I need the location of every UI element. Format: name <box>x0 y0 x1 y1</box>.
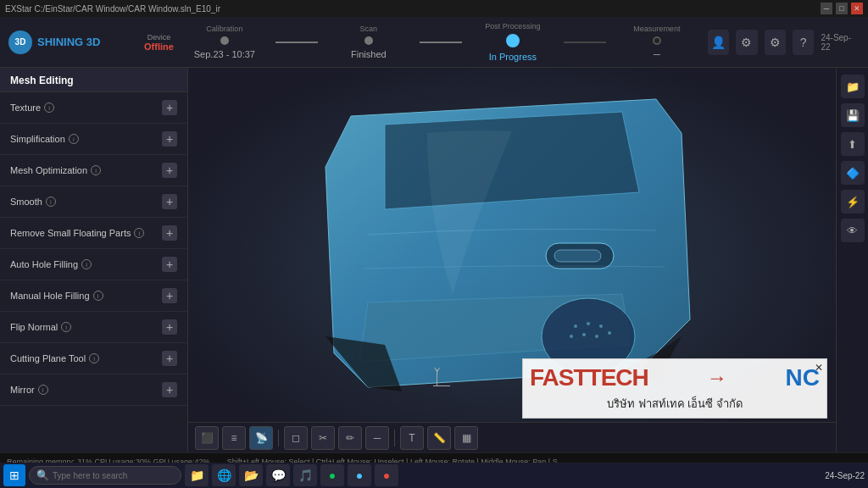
device-status: Device Offline <box>144 33 174 52</box>
minimize-button[interactable]: ─ <box>821 3 832 14</box>
sidebar-item-mirror[interactable]: Mirror i + <box>0 374 187 406</box>
simplification-label: Simplification <box>10 134 65 144</box>
remove-small-label: Remove Small Floating Parts <box>10 228 131 238</box>
logo-text: SHINING 3D <box>37 36 100 48</box>
step-post-value: In Progress <box>489 52 537 62</box>
simplification-add-button[interactable]: + <box>162 131 177 147</box>
taskbar-time: 24-Sep-22 <box>825 471 865 480</box>
svg-rect-1 <box>554 250 601 262</box>
step-calibration-label: Calibration <box>206 25 242 33</box>
sidebar-item-manual-hole[interactable]: Manual Hole Filling i + <box>0 280 187 312</box>
close-button[interactable]: ✕ <box>851 3 863 14</box>
sidebar-item-flip-normal[interactable]: Flip Normal i + <box>0 312 187 343</box>
text-button[interactable]: T <box>400 426 424 450</box>
sidebar-item-mesh-optimization[interactable]: Mesh Optimization i + <box>0 155 187 186</box>
share-button[interactable]: ⚙ <box>736 30 757 55</box>
mirror-label: Mirror <box>10 385 35 395</box>
sidebar-item-auto-hole[interactable]: Auto Hole Filling i + <box>0 249 187 280</box>
toolbar-separator-2 <box>394 430 395 446</box>
taskbar-music[interactable]: 🎵 <box>293 464 317 486</box>
step-measurement-dot <box>653 36 661 45</box>
step-measurement[interactable]: Measurement ─ <box>606 25 708 59</box>
taskbar-line[interactable]: ● <box>320 464 344 486</box>
texture-add-button[interactable]: + <box>162 100 177 115</box>
user-button[interactable]: 👤 <box>708 30 729 55</box>
window-title: EXStar C:/EinStar/CAR Window/CAR Window.… <box>5 4 821 14</box>
eye-button[interactable]: 👁 <box>841 219 865 242</box>
watermark-arrow: → <box>707 366 727 390</box>
svg-point-9 <box>608 331 611 335</box>
watermark-close-button[interactable]: ✕ <box>815 362 823 374</box>
measure-button[interactable]: 📏 <box>427 426 451 450</box>
nav-icons-right: 👤 ⚙ ⚙ ? 24-Sep-22 <box>708 30 860 55</box>
settings-button[interactable]: ⚙ <box>765 30 786 55</box>
car-door-svg <box>300 82 724 404</box>
nav-date: 24-Sep-22 <box>821 33 854 52</box>
car-door-view <box>231 85 793 402</box>
bottom-toolbar: ⬛ ≡ 📡 ◻ ✂ ✏ ─ T 📏 ▦ <box>188 422 836 452</box>
logo-icon: 3D <box>8 30 32 54</box>
start-button[interactable]: ⊞ <box>3 464 25 486</box>
export-button[interactable]: ⬆ <box>841 132 865 156</box>
auto-hole-add-button[interactable]: + <box>162 257 177 272</box>
maximize-button[interactable]: □ <box>836 3 848 14</box>
cut-button[interactable]: ✂ <box>311 426 335 450</box>
taskbar-edge[interactable]: 🌐 <box>212 464 236 486</box>
sidebar-item-smooth[interactable]: Smooth i + <box>0 186 187 218</box>
taskbar-file-manager[interactable]: 📁 <box>185 464 209 486</box>
grid-button[interactable]: ▦ <box>454 426 478 450</box>
lightning-button[interactable]: ⚡ <box>841 190 865 214</box>
3d-view-button[interactable]: 🔷 <box>841 161 865 185</box>
mesh-opt-info-icon: i <box>91 165 101 175</box>
flip-normal-add-button[interactable]: + <box>162 319 177 335</box>
sidebar-item-texture[interactable]: Texture i + <box>0 92 187 124</box>
mesh-opt-add-button[interactable]: + <box>162 163 177 178</box>
layer-button[interactable]: ≡ <box>222 426 246 450</box>
remove-small-add-button[interactable]: + <box>162 225 177 241</box>
taskbar-app3[interactable]: ● <box>375 464 398 486</box>
step-scan[interactable]: Scan Finished <box>318 25 420 59</box>
taskbar-search[interactable]: 🔍 <box>29 466 181 485</box>
x-axis-line <box>433 385 450 386</box>
step-scan-label: Scan <box>360 25 378 33</box>
title-bar: EXStar C:/EinStar/CAR Window/CAR Window.… <box>0 0 868 17</box>
sidebar-item-cutting-plane[interactable]: Cutting Plane Tool i + <box>0 343 187 374</box>
right-panel: 📁 💾 ⬆ 🔷 ⚡ 👁 <box>836 68 868 452</box>
step-calibration[interactable]: Calibration Sep.23 - 10:37 <box>174 25 275 59</box>
save-button[interactable]: 💾 <box>841 103 865 127</box>
3d-viewport[interactable]: Y ⬛ ≡ 📡 ◻ ✂ ✏ ─ T 📏 ▦ ✕ FASTTECH → NC <box>188 68 836 452</box>
step-scan-value: Finished <box>351 49 387 59</box>
home-view-button[interactable]: ⬛ <box>195 426 219 450</box>
y-axis-line <box>437 369 437 386</box>
mirror-add-button[interactable]: + <box>162 382 177 397</box>
sidebar-item-remove-small[interactable]: Remove Small Floating Parts i + <box>0 218 187 249</box>
help-button[interactable]: ? <box>793 30 814 55</box>
folder-button[interactable]: 📁 <box>841 75 865 98</box>
line-button[interactable]: ─ <box>365 426 389 450</box>
cutting-plane-info-icon: i <box>89 353 99 363</box>
taskbar-app2[interactable]: ● <box>348 464 371 486</box>
texture-label: Texture <box>10 103 41 113</box>
taskbar-explorer[interactable]: 📂 <box>239 464 263 486</box>
smooth-add-button[interactable]: + <box>162 194 177 209</box>
select-button[interactable]: ◻ <box>284 426 308 450</box>
sidebar-item-simplification[interactable]: Simplification i + <box>0 124 187 155</box>
smooth-info-icon: i <box>46 197 56 207</box>
cutting-plane-add-button[interactable]: + <box>162 351 177 366</box>
device-label: Device <box>147 33 171 42</box>
step-calibration-value: Sep.23 - 10:37 <box>194 49 255 59</box>
svg-point-3 <box>574 324 577 328</box>
taskbar-messenger[interactable]: 💬 <box>266 464 290 486</box>
draw-button[interactable]: ✏ <box>338 426 362 450</box>
cutting-plane-label: Cutting Plane Tool <box>10 353 86 363</box>
auto-hole-label: Auto Hole Filling <box>10 259 78 269</box>
mesh-optimization-label: Mesh Optimization <box>10 165 87 175</box>
step-line-3 <box>564 42 606 43</box>
svg-point-4 <box>587 322 590 325</box>
wireless-button[interactable]: 📡 <box>249 426 273 450</box>
simplification-info-icon: i <box>69 134 79 144</box>
step-post[interactable]: Post Processing In Progress <box>462 22 564 62</box>
search-input[interactable] <box>53 471 163 480</box>
svg-point-5 <box>599 324 603 328</box>
manual-hole-add-button[interactable]: + <box>162 288 177 303</box>
